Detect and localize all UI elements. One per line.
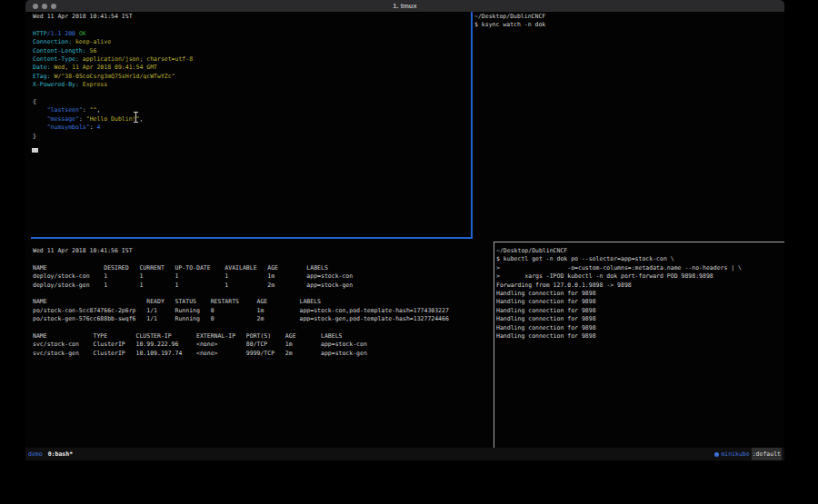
session-name: demo — [28, 448, 43, 460]
pane-port-forward[interactable]: ~/Desktop/DublinCNCF $ kubectl get -n do… — [496, 247, 742, 341]
window-tab[interactable]: 0:bash* — [48, 448, 73, 460]
pane-divider-vertical-top[interactable] — [471, 12, 473, 239]
tmux-status-bar: demo 0:bash* minikube :default — [25, 448, 784, 460]
mouse-text-cursor-icon — [133, 112, 139, 123]
kubernetes-icon — [714, 452, 719, 457]
close-button[interactable] — [33, 4, 38, 9]
pane-kubectl-get[interactable]: Wed 11 Apr 2018 10:41:56 IST NAME DESIRE… — [33, 247, 449, 358]
terminal-window: 1. tmux Wed 11 Apr 2018 10:41:54 IST HTT… — [25, 0, 784, 461]
kube-status: minikube :default — [714, 448, 782, 460]
desktop: { "window": { "title": "1. tmux" }, "col… — [0, 0, 818, 504]
title-bar: 1. tmux — [25, 0, 784, 12]
window-controls — [33, 4, 56, 9]
terminal-cursor — [32, 148, 38, 153]
kube-namespace: :default — [752, 448, 782, 460]
pane-http-response[interactable]: Wed 11 Apr 2018 10:41:54 IST HTTP/1.1 20… — [33, 13, 193, 141]
pane-divider-horizontal-right[interactable] — [494, 242, 784, 242]
kube-context: minikube — [721, 448, 749, 460]
pane-divider-horizontal-left[interactable] — [31, 237, 473, 239]
zoom-button[interactable] — [51, 4, 56, 9]
minimize-button[interactable] — [42, 4, 47, 9]
pane-ksync-watch[interactable]: ~/Desktop/DublinCNCF $ ksync watch -n do… — [474, 13, 545, 30]
pane-divider-vertical-bottom[interactable] — [494, 242, 494, 448]
window-title: 1. tmux — [25, 2, 784, 10]
